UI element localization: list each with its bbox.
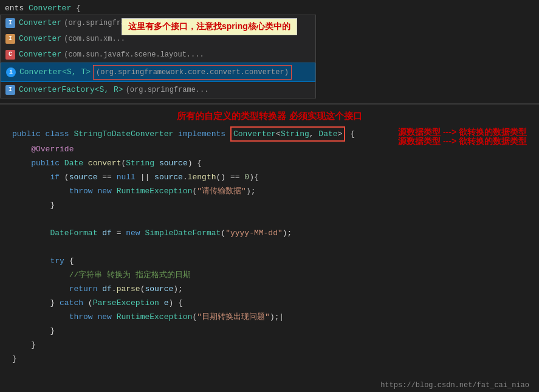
code-line-16: } [0,338,539,352]
item-name-2: Converter [19,33,61,45]
item-package-3: (com.sun.javafx.scene.layout.... [64,49,204,61]
red-box-package: (org.springframework.core.convert.conver… [93,65,292,80]
code-line-10: try { [0,254,539,268]
code-block: public class StringToDateConverter imple… [0,125,539,367]
item-name-1: Converter [19,17,61,29]
item-package-2: (com.sun.xm... [64,33,125,45]
item-package-5: (org.springframe... [126,84,209,96]
autocomplete-item-3[interactable]: C Converter (com.sun.javafx.scene.layout… [1,47,315,63]
code-line-3: public Date convert(String source) { [0,156,539,170]
code-line-14: throw new RuntimeException("日期转换出现问题");| [0,310,539,324]
code-line-11: //字符串 转换为 指定格式的日期 [0,268,539,282]
annotation-tooltip: 这里有多个接口，注意找spring核心类中的 [122,18,297,35]
code-line-13: } catch (ParseException e) { [0,296,539,310]
bottom-section: 所有的自定义的类型转换器 必须实现这个接口 public class Strin… [0,105,539,392]
code-line-15: } [0,324,539,338]
converter-interface-box: Converter<String, Date> [230,126,345,142]
code-line-9 [0,240,539,254]
code-line-4: if (source == null || source.length() ==… [0,170,539,184]
item-package-4: (org.springframework.core.convert.conver… [93,65,292,80]
code-line-5: throw new RuntimeException("请传输数据"); [0,184,539,198]
top-section: ents Converter { 这里有多个接口，注意找spring核心类中的 … [0,0,539,103]
data-type-annotation: 源数据类型 ---> 欲转换的数据类型 [398,136,527,147]
item-name-3: Converter [19,49,61,61]
item-name-5: ConverterFactory<S, R> [19,84,123,96]
banner-annotation: 所有的自定义的类型转换器 必须实现这个接口 [0,107,539,125]
interface-icon-5: I [5,85,15,95]
code-line-8: DateFormat df = new SimpleDateFormat("yy… [0,226,539,240]
text-cursor: | [280,311,284,323]
code-line-12: return df.parse(source); [0,282,539,296]
code-line-7 [0,212,539,226]
autocomplete-item-4[interactable]: i Converter<S, T> (org.springframework.c… [1,63,315,82]
interface-icon-1: I [5,18,15,28]
class-icon-3: C [5,50,15,60]
code-line-6: } [0,198,539,212]
code-line-17: } [0,352,539,366]
info-icon-4: i [6,67,16,77]
footer-url: https://blog.csdn.net/fat_cai_niao [380,381,529,390]
interface-icon-2: I [5,34,15,44]
autocomplete-item-5[interactable]: I ConverterFactory<S, R> (org.springfram… [1,82,315,98]
item-name-4: Converter<S, T> [19,66,91,78]
